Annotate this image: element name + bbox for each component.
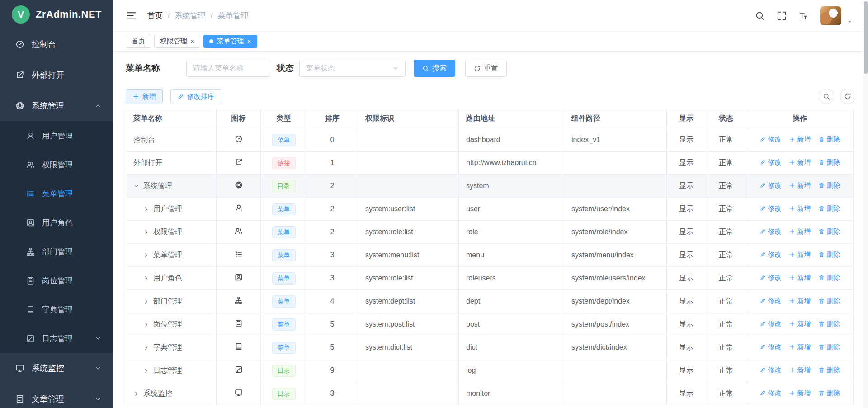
sidebar-item-system[interactable]: 系统管理 bbox=[0, 90, 113, 121]
chevron-right-icon[interactable] bbox=[143, 229, 149, 235]
menu-icon-cell bbox=[217, 313, 261, 336]
sidebar-item-dict[interactable]: 字典管理 bbox=[0, 295, 113, 324]
chevron-right-icon[interactable] bbox=[133, 391, 139, 397]
edit-link[interactable]: 修改 bbox=[760, 366, 782, 375]
search-circle-button[interactable] bbox=[819, 89, 834, 104]
add-link[interactable]: 新增 bbox=[789, 343, 811, 351]
edit-link[interactable]: 修改 bbox=[760, 135, 782, 144]
delete-link[interactable]: 删除 bbox=[818, 135, 840, 144]
delete-link[interactable]: 删除 bbox=[818, 297, 840, 305]
edit-link[interactable]: 修改 bbox=[760, 297, 782, 305]
users-icon bbox=[26, 161, 35, 169]
delete-link[interactable]: 删除 bbox=[818, 389, 840, 398]
reset-button[interactable]: 重置 bbox=[465, 60, 507, 77]
menu-type-cell: 菜单 bbox=[261, 128, 307, 152]
edit-link[interactable]: 修改 bbox=[760, 228, 782, 236]
menu-name-input-field[interactable] bbox=[193, 64, 264, 72]
sidebar-item-menu[interactable]: 菜单管理 bbox=[0, 179, 113, 208]
sidebar-item-roleusers[interactable]: 用户角色 bbox=[0, 208, 113, 237]
actions-cell: 修改新增删除 bbox=[746, 359, 854, 382]
chevron-right-icon[interactable] bbox=[143, 368, 149, 374]
add-link[interactable]: 新增 bbox=[789, 366, 811, 375]
caret-down-icon[interactable] bbox=[847, 19, 853, 24]
menu-name-input[interactable] bbox=[186, 60, 271, 77]
close-icon[interactable]: × bbox=[190, 38, 194, 45]
delete-link[interactable]: 删除 bbox=[818, 343, 840, 351]
trash-icon bbox=[818, 228, 825, 235]
sort-button[interactable]: 修改排序 bbox=[170, 89, 221, 104]
menu-icon-cell bbox=[217, 221, 261, 244]
font-size-icon[interactable] bbox=[798, 11, 808, 21]
delete-link[interactable]: 删除 bbox=[818, 204, 840, 213]
add-link[interactable]: 新增 bbox=[789, 389, 811, 398]
gear-icon bbox=[235, 181, 243, 189]
add-link[interactable]: 新增 bbox=[789, 135, 811, 144]
edit-link[interactable]: 修改 bbox=[760, 204, 782, 213]
component-cell: system/post/index bbox=[564, 313, 667, 336]
menu-name: 用户管理 bbox=[153, 204, 182, 214]
add-link[interactable]: 新增 bbox=[789, 297, 811, 305]
add-link[interactable]: 新增 bbox=[789, 251, 811, 259]
add-link[interactable]: 新增 bbox=[789, 181, 811, 190]
delete-link[interactable]: 删除 bbox=[818, 251, 840, 259]
sidebar-item-log[interactable]: 日志管理 bbox=[0, 324, 113, 353]
menu-name: 部门管理 bbox=[153, 297, 182, 306]
chevron-right-icon[interactable] bbox=[143, 299, 149, 304]
delete-link[interactable]: 删除 bbox=[818, 366, 840, 375]
search-icon[interactable] bbox=[755, 11, 765, 21]
sidebar-item-article[interactable]: 文章管理 bbox=[0, 384, 113, 408]
search-button[interactable]: 搜索 bbox=[414, 60, 455, 77]
tab-1[interactable]: 权限管理× bbox=[154, 35, 200, 48]
delete-link-label: 删除 bbox=[827, 135, 840, 144]
add-link[interactable]: 新增 bbox=[789, 204, 811, 213]
topbar-right bbox=[755, 6, 853, 25]
edit-link[interactable]: 修改 bbox=[760, 274, 782, 282]
edit-link[interactable]: 修改 bbox=[760, 343, 782, 351]
sort-cell: 5 bbox=[307, 336, 358, 359]
chevron-right-icon[interactable] bbox=[143, 322, 149, 327]
sidebar-item-role[interactable]: 权限管理 bbox=[0, 150, 113, 179]
refresh-circle-button[interactable] bbox=[840, 89, 855, 104]
sidebar-item-dept[interactable]: 部门管理 bbox=[0, 237, 113, 266]
actions-cell: 修改新增删除 bbox=[746, 313, 854, 336]
sidebar-item-dashboard[interactable]: 控制台 bbox=[0, 29, 113, 60]
sidebar-item-external-open[interactable]: 外部打开 bbox=[0, 60, 113, 90]
add-button[interactable]: 新增 bbox=[126, 89, 163, 104]
status-select[interactable]: 菜单状态 bbox=[299, 60, 406, 77]
visible-cell: 显示 bbox=[667, 128, 706, 152]
scrollbar-thumb[interactable] bbox=[864, 1, 868, 74]
breadcrumb-item[interactable]: 首页 bbox=[147, 10, 163, 21]
scrollbar[interactable] bbox=[863, 0, 868, 408]
delete-link[interactable]: 删除 bbox=[818, 158, 840, 167]
avatar[interactable] bbox=[820, 6, 841, 25]
hamburger-icon[interactable] bbox=[126, 10, 137, 21]
delete-link[interactable]: 删除 bbox=[818, 181, 840, 190]
chevron-down-icon[interactable] bbox=[133, 183, 139, 189]
edit-link[interactable]: 修改 bbox=[760, 251, 782, 259]
edit-link[interactable]: 修改 bbox=[760, 158, 782, 167]
tab-2[interactable]: 菜单管理× bbox=[203, 35, 257, 48]
add-link[interactable]: 新增 bbox=[789, 274, 811, 282]
delete-link[interactable]: 删除 bbox=[818, 274, 840, 282]
close-icon[interactable]: × bbox=[247, 38, 251, 45]
add-link[interactable]: 新增 bbox=[789, 320, 811, 328]
menu-name-cell: 部门管理 bbox=[126, 290, 217, 313]
add-link[interactable]: 新增 bbox=[789, 228, 811, 236]
chevron-right-icon[interactable] bbox=[143, 252, 149, 258]
logo[interactable]: V ZrAdmin.NET bbox=[0, 0, 113, 29]
edit-link[interactable]: 修改 bbox=[760, 389, 782, 398]
edit-link[interactable]: 修改 bbox=[760, 181, 782, 190]
add-link[interactable]: 新增 bbox=[789, 158, 811, 167]
chevron-right-icon[interactable] bbox=[143, 345, 149, 351]
edit-link[interactable]: 修改 bbox=[760, 320, 782, 328]
chevron-right-icon[interactable] bbox=[143, 275, 149, 281]
breadcrumb-item[interactable]: 系统管理 bbox=[175, 10, 206, 21]
sidebar-item-user[interactable]: 用户管理 bbox=[0, 121, 113, 150]
delete-link[interactable]: 删除 bbox=[818, 228, 840, 236]
chevron-right-icon[interactable] bbox=[143, 206, 149, 212]
delete-link[interactable]: 删除 bbox=[818, 320, 840, 328]
sidebar-item-post[interactable]: 岗位管理 bbox=[0, 266, 113, 295]
sidebar-item-monitor[interactable]: 系统监控 bbox=[0, 353, 113, 384]
tab-0[interactable]: 首页 bbox=[126, 35, 151, 48]
fullscreen-icon[interactable] bbox=[777, 11, 787, 21]
